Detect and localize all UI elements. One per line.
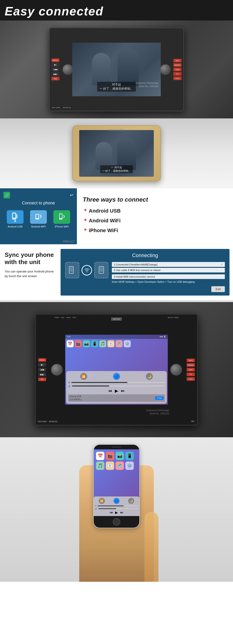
mic-label: MIC: [190, 420, 195, 422]
car2-prev-btn[interactable]: |◀◀: [38, 368, 46, 372]
ios-screen: 9:41 ●●● 🔋 📅 🎬 📷 📱 🎵 📧 🗺️ ⚙️: [65, 335, 168, 405]
iphone-app-phone: 📱: [125, 452, 134, 460]
fast-forward-button[interactable]: ▶▶|: [52, 72, 60, 76]
cc-do-not-disturb-btn[interactable]: 🌙: [146, 373, 153, 380]
connect-icons-row: Android USB Android WiFi: [4, 210, 74, 228]
iphone-rewind-btn[interactable]: ⏮: [110, 511, 113, 514]
car2-dvd-btn[interactable]: DVD: [187, 368, 195, 371]
app-icon: 📧: [108, 340, 114, 347]
phone-subtitle1: 一 对不起: [102, 166, 131, 169]
car-screen: 对不起 一 好了，感谢您的帮助。 Eastcome Technology Sto…: [72, 43, 161, 96]
iphone-app-calendar: 📅: [96, 452, 104, 460]
airdrop-label: AirDrop 共享仅允许联系人: [70, 395, 82, 401]
next-button[interactable]: ▶|: [52, 63, 60, 67]
sync-title: Sync your phonewith the unit: [5, 251, 56, 266]
back-icon[interactable]: ↩: [70, 192, 74, 198]
app-icon: 📱: [91, 340, 98, 347]
svg-rect-1: [13, 214, 16, 218]
iphone-play-btn[interactable]: ▶: [115, 510, 118, 515]
ios-status-bar: 9:41 ●●● 🔋: [65, 335, 168, 339]
iphone-cc-bt[interactable]: 🔵: [114, 498, 120, 504]
iphone-section: 📅 🎬 📷 📱 🎵 📧 🗺️ ⚙️ 📶 🔵 🌙: [0, 437, 233, 582]
app-icon: 📅: [67, 340, 74, 347]
car2-lou-btn[interactable]: LOU: [187, 377, 195, 380]
samsung-phone: SAMSUNG 一 对不起 一 好了，感谢您的帮助。: [72, 126, 161, 181]
android-usb-icon-box: [7, 210, 24, 224]
three-ways-item-2: ＊Android WiFi: [83, 217, 227, 224]
iphone-home-button[interactable]: [113, 518, 120, 526]
play-btn[interactable]: ▶: [115, 388, 118, 394]
car2-left-controls: MENU ▶| |◀◀ ▶▶| EQ: [38, 358, 46, 381]
car2-ff-btn[interactable]: ▶▶|: [38, 373, 46, 376]
vol-label: VOL: [61, 316, 64, 318]
iphone-cc-moon[interactable]: 🌙: [128, 498, 134, 504]
svg-rect-4: [14, 221, 16, 222]
gps-button[interactable]: GPS: [173, 59, 182, 62]
exit-button[interactable]: Exit: [211, 286, 225, 292]
car2-menu-btn[interactable]: MENU: [38, 358, 46, 362]
car2-right-knob: [170, 364, 182, 376]
car2-screen: 9:41 ●●● 🔋 📅 🎬 📷 📱 🎵 📧 🗺️ ⚙️: [65, 335, 168, 405]
ios-status-text: 9:41: [67, 336, 71, 338]
rewind-btn[interactable]: ⏮: [108, 389, 112, 393]
left-knob: [62, 64, 73, 75]
app-icon: 🎵: [99, 340, 106, 347]
iphone-app-camera: 📷: [116, 452, 124, 460]
samsung-phone-section: SAMSUNG 一 对不起 一 好了，感谢您的帮助。: [0, 118, 233, 188]
mute-label: MUTE TREB: [168, 316, 178, 318]
wifi-signal-icon: [82, 265, 92, 276]
car2-next-btn[interactable]: ▶|: [38, 363, 46, 367]
sync-desc: You can operate your Android phoneby tou…: [5, 269, 56, 278]
android-wifi-label: Android WiFi: [31, 225, 46, 228]
svg-point-7: [40, 216, 41, 217]
connect-panel: 🔗 ↩ Connect to phone Android USB: [0, 188, 77, 244]
menu-button[interactable]: MENU: [52, 58, 60, 62]
setup-label[interactable]: SETUP: [111, 318, 122, 321]
cc-wifi-btn[interactable]: 📶: [80, 373, 87, 380]
android-usb-icon: [11, 212, 20, 222]
cc-bt-btn[interactable]: 🔵: [113, 373, 120, 380]
svg-rect-16: [100, 267, 103, 272]
car2-eq-btn[interactable]: EQ: [38, 378, 46, 381]
android-wifi-icon: [34, 212, 43, 222]
tv-button[interactable]: TV: [173, 72, 182, 76]
iphone-device: 📅 🎬 📷 📱 🎵 📧 🗺️ ⚙️ 📶 🔵 🌙: [93, 444, 140, 528]
android-usb-item[interactable]: Android USB: [7, 210, 24, 228]
panel-version: HT01.4.1.7: [63, 240, 74, 243]
forward-btn[interactable]: ⏭: [121, 389, 125, 393]
svg-rect-6: [36, 215, 38, 218]
iphone-wifi-icon-box: [53, 210, 70, 224]
connecting-content: 1.Connected:ChinaNet-kWd9[Change] ✓ 2.Us…: [65, 262, 225, 292]
svg-rect-2: [16, 214, 18, 218]
car2-radio-btn[interactable]: RADIO: [187, 363, 195, 367]
watermark: Eastcome Technology Store No. 1341142: [136, 82, 158, 88]
app-icon: 📷: [83, 340, 90, 347]
android-wifi-item[interactable]: Android WiFi: [30, 210, 47, 228]
three-ways-panel: Three ways to connect ＊Android USB ＊Andr…: [77, 188, 233, 244]
iphone-top-bar: [94, 445, 139, 450]
three-ways-item-1: ＊Android USB: [83, 208, 227, 214]
connecting-info: 1.Connected:ChinaNet-kWd9[Change] ✓ 2.Us…: [112, 262, 225, 292]
iphone-wifi-item[interactable]: iPhone WiFi: [53, 210, 70, 228]
iphone-forward-btn[interactable]: ⏭: [120, 511, 123, 514]
eq-button[interactable]: EQ: [52, 77, 60, 80]
radio-button[interactable]: RADIO: [173, 64, 182, 67]
iphone-cc-wifi[interactable]: 📶: [99, 498, 105, 504]
car2-section: PWR VOL MOD RET SETUP MUTE TREB MENU ▶| …: [0, 302, 233, 437]
car2-micro-sd: MICRO SD: [48, 420, 58, 423]
car2-gps-btn[interactable]: GPS: [187, 358, 195, 362]
ret-label: RET: [72, 316, 76, 318]
dvd-button[interactable]: DVD: [173, 68, 182, 71]
iphone-screen: 📅 🎬 📷 📱 🎵 📧 🗺️ ⚙️ 📶 🔵 🌙: [94, 450, 139, 516]
car2-tv-btn[interactable]: TV: [187, 372, 195, 376]
lou-button[interactable]: LOU: [173, 77, 182, 80]
svg-rect-10: [60, 218, 62, 219]
left-control-panel: MENU ▶| |◀◀ ▶▶| EQ: [52, 58, 60, 80]
svg-rect-13: [70, 267, 73, 272]
page-title: Easy connected: [5, 4, 228, 18]
car-dashboard-section: MENU ▶| |◀◀ ▶▶| EQ 对不起 一 好了，感谢您的帮助。 East…: [0, 20, 233, 118]
svg-rect-9: [60, 214, 62, 218]
info-row-3: 3.Install M08 interconnection service: [112, 274, 225, 279]
right-control-panel: GPS RADIO DVD TV LOU: [173, 59, 182, 80]
prev-button[interactable]: |◀◀: [52, 68, 60, 71]
